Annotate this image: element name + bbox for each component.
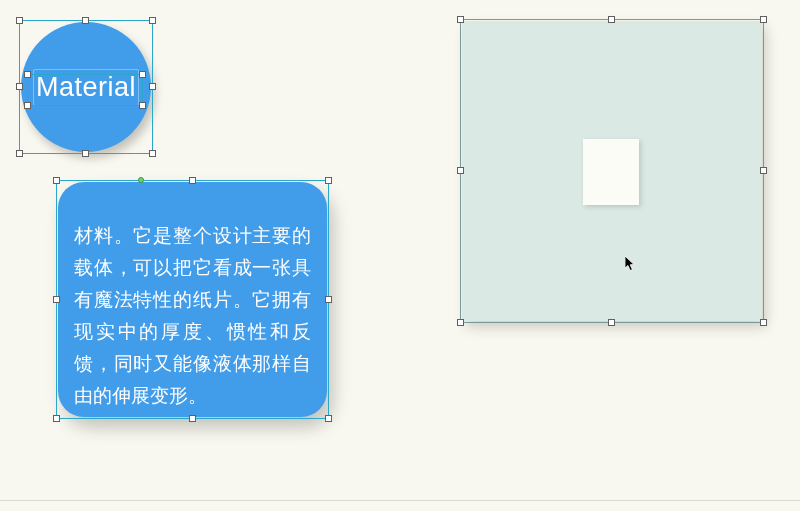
- resize-handle[interactable]: [189, 177, 196, 184]
- resize-handle[interactable]: [16, 17, 23, 24]
- canvas-baseline: [0, 500, 800, 501]
- resize-handle[interactable]: [760, 319, 767, 326]
- resize-handle[interactable]: [149, 17, 156, 24]
- resize-handle[interactable]: [82, 17, 89, 24]
- resize-handle[interactable]: [325, 415, 332, 422]
- resize-handle[interactable]: [760, 167, 767, 174]
- resize-handle[interactable]: [53, 177, 60, 184]
- resize-handle[interactable]: [457, 16, 464, 23]
- resize-handle[interactable]: [53, 415, 60, 422]
- resize-handle[interactable]: [149, 150, 156, 157]
- rotation-handle[interactable]: [138, 177, 144, 183]
- resize-handle[interactable]: [16, 150, 23, 157]
- resize-handle[interactable]: [325, 296, 332, 303]
- resize-handle[interactable]: [139, 102, 146, 109]
- resize-handle[interactable]: [760, 16, 767, 23]
- resize-handle[interactable]: [608, 16, 615, 23]
- resize-handle[interactable]: [139, 71, 146, 78]
- resize-handle[interactable]: [53, 296, 60, 303]
- resize-handle[interactable]: [24, 102, 31, 109]
- resize-handle[interactable]: [457, 319, 464, 326]
- resize-handle[interactable]: [16, 83, 23, 90]
- resize-handle[interactable]: [24, 71, 31, 78]
- resize-handle[interactable]: [149, 83, 156, 90]
- resize-handle[interactable]: [608, 319, 615, 326]
- selection-box-panel[interactable]: [460, 19, 764, 323]
- resize-handle[interactable]: [82, 150, 89, 157]
- resize-handle[interactable]: [325, 177, 332, 184]
- selection-box-circle-text[interactable]: [27, 74, 143, 106]
- selection-box-card[interactable]: [56, 180, 329, 419]
- resize-handle[interactable]: [189, 415, 196, 422]
- resize-handle[interactable]: [457, 167, 464, 174]
